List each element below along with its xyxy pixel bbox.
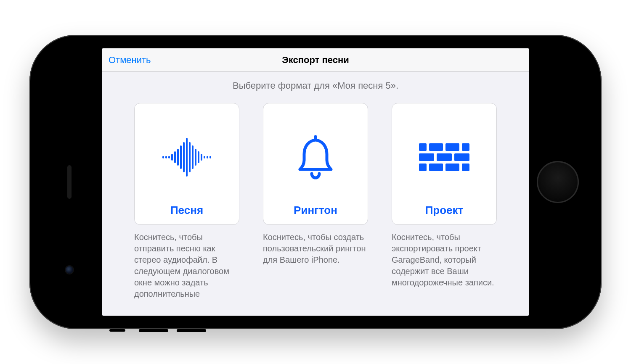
front-camera <box>66 266 73 274</box>
speaker-grille <box>67 165 72 199</box>
page-title: Экспорт песни <box>102 55 529 66</box>
card-label: Песня <box>170 204 203 217</box>
content-area: Выберите формат для «Моя песня 5». <box>102 72 529 316</box>
option-column: Рингтон Коснитесь, чтобы создать пользов… <box>263 103 368 300</box>
option-column: Проект Коснитесь, чтобы экспортировать п… <box>392 103 497 300</box>
navigation-bar: Отменить Экспорт песни <box>102 48 529 72</box>
option-description: Коснитесь, чтобы отправить песню как сте… <box>134 232 239 300</box>
export-options: Песня Коснитесь, чтобы отправить песню к… <box>119 103 512 300</box>
export-song-card[interactable]: Песня <box>134 103 239 225</box>
card-label: Рингтон <box>294 204 337 217</box>
export-ringtone-card[interactable]: Рингтон <box>263 103 368 225</box>
format-prompt: Выберите формат для «Моя песня 5». <box>119 80 512 91</box>
option-column: Песня Коснитесь, чтобы отправить песню к… <box>134 103 239 300</box>
home-button[interactable] <box>537 161 579 203</box>
ringtone-icon <box>297 134 334 180</box>
volume-down-button <box>177 329 206 332</box>
option-description: Коснитесь, чтобы создать пользовательски… <box>263 232 368 266</box>
cancel-button[interactable]: Отменить <box>109 55 151 66</box>
option-description: Коснитесь, чтобы экспортировать проект G… <box>392 232 497 288</box>
phone-frame: Отменить Экспорт песни Выберите формат д… <box>29 35 602 329</box>
volume-up-button <box>139 329 168 332</box>
card-label: Проект <box>425 204 464 217</box>
export-project-card[interactable]: Проект <box>392 103 497 225</box>
waveform-icon <box>162 138 211 177</box>
mute-switch <box>109 329 125 332</box>
screen: Отменить Экспорт песни Выберите формат д… <box>102 48 529 316</box>
project-icon <box>419 143 469 171</box>
